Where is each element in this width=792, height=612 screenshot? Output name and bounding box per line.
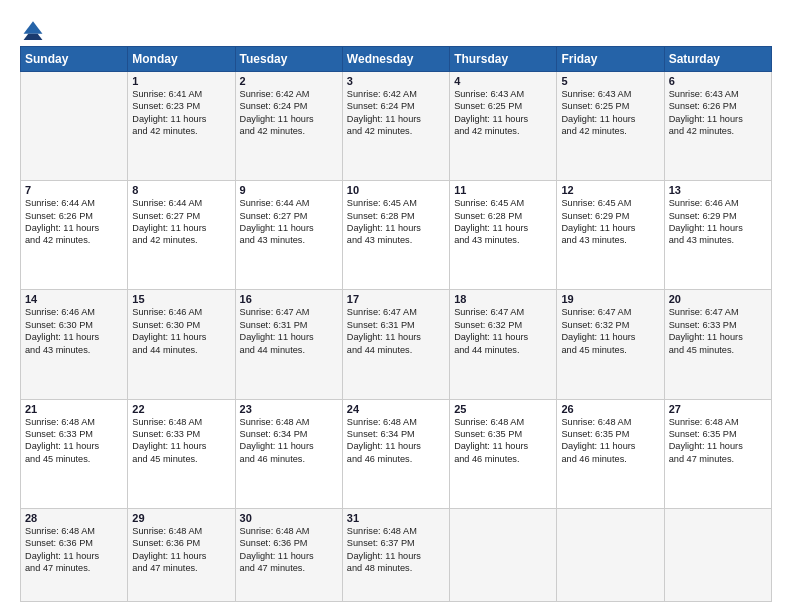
calendar-cell: 25Sunrise: 6:48 AMSunset: 6:35 PMDayligh…: [450, 399, 557, 508]
calendar-cell: 27Sunrise: 6:48 AMSunset: 6:35 PMDayligh…: [664, 399, 771, 508]
calendar-cell: 9Sunrise: 6:44 AMSunset: 6:27 PMDaylight…: [235, 181, 342, 290]
day-number: 19: [561, 293, 659, 305]
weekday-header-row: SundayMondayTuesdayWednesdayThursdayFrid…: [21, 47, 772, 72]
calendar-cell: 8Sunrise: 6:44 AMSunset: 6:27 PMDaylight…: [128, 181, 235, 290]
day-info: Sunrise: 6:48 AMSunset: 6:34 PMDaylight:…: [347, 416, 445, 466]
day-number: 13: [669, 184, 767, 196]
day-info: Sunrise: 6:44 AMSunset: 6:27 PMDaylight:…: [240, 197, 338, 247]
day-number: 28: [25, 512, 123, 524]
calendar-cell: 23Sunrise: 6:48 AMSunset: 6:34 PMDayligh…: [235, 399, 342, 508]
day-info: Sunrise: 6:48 AMSunset: 6:35 PMDaylight:…: [454, 416, 552, 466]
svg-marker-1: [24, 34, 43, 40]
day-number: 23: [240, 403, 338, 415]
day-info: Sunrise: 6:48 AMSunset: 6:33 PMDaylight:…: [25, 416, 123, 466]
calendar-cell: 6Sunrise: 6:43 AMSunset: 6:26 PMDaylight…: [664, 72, 771, 181]
day-info: Sunrise: 6:45 AMSunset: 6:29 PMDaylight:…: [561, 197, 659, 247]
weekday-sunday: Sunday: [21, 47, 128, 72]
calendar-cell: 30Sunrise: 6:48 AMSunset: 6:36 PMDayligh…: [235, 508, 342, 601]
calendar-body: 1Sunrise: 6:41 AMSunset: 6:23 PMDaylight…: [21, 72, 772, 602]
calendar-cell: 7Sunrise: 6:44 AMSunset: 6:26 PMDaylight…: [21, 181, 128, 290]
day-number: 17: [347, 293, 445, 305]
day-number: 22: [132, 403, 230, 415]
day-info: Sunrise: 6:48 AMSunset: 6:35 PMDaylight:…: [561, 416, 659, 466]
calendar-week-2: 7Sunrise: 6:44 AMSunset: 6:26 PMDaylight…: [21, 181, 772, 290]
calendar-cell: 4Sunrise: 6:43 AMSunset: 6:25 PMDaylight…: [450, 72, 557, 181]
calendar-cell: 21Sunrise: 6:48 AMSunset: 6:33 PMDayligh…: [21, 399, 128, 508]
day-info: Sunrise: 6:48 AMSunset: 6:33 PMDaylight:…: [132, 416, 230, 466]
day-number: 26: [561, 403, 659, 415]
calendar-week-1: 1Sunrise: 6:41 AMSunset: 6:23 PMDaylight…: [21, 72, 772, 181]
calendar-cell: 12Sunrise: 6:45 AMSunset: 6:29 PMDayligh…: [557, 181, 664, 290]
day-info: Sunrise: 6:44 AMSunset: 6:27 PMDaylight:…: [132, 197, 230, 247]
logo: [20, 18, 44, 36]
day-info: Sunrise: 6:47 AMSunset: 6:32 PMDaylight:…: [454, 306, 552, 356]
calendar-cell: [664, 508, 771, 601]
calendar-cell: 3Sunrise: 6:42 AMSunset: 6:24 PMDaylight…: [342, 72, 449, 181]
day-number: 15: [132, 293, 230, 305]
day-info: Sunrise: 6:42 AMSunset: 6:24 PMDaylight:…: [240, 88, 338, 138]
page: SundayMondayTuesdayWednesdayThursdayFrid…: [0, 0, 792, 612]
logo-text: [20, 18, 44, 40]
calendar-cell: [557, 508, 664, 601]
day-info: Sunrise: 6:47 AMSunset: 6:32 PMDaylight:…: [561, 306, 659, 356]
day-info: Sunrise: 6:48 AMSunset: 6:34 PMDaylight:…: [240, 416, 338, 466]
day-number: 24: [347, 403, 445, 415]
day-number: 14: [25, 293, 123, 305]
day-number: 12: [561, 184, 659, 196]
day-number: 29: [132, 512, 230, 524]
calendar-cell: [450, 508, 557, 601]
day-info: Sunrise: 6:43 AMSunset: 6:25 PMDaylight:…: [561, 88, 659, 138]
day-info: Sunrise: 6:47 AMSunset: 6:31 PMDaylight:…: [347, 306, 445, 356]
day-number: 8: [132, 184, 230, 196]
weekday-monday: Monday: [128, 47, 235, 72]
weekday-friday: Friday: [557, 47, 664, 72]
day-number: 18: [454, 293, 552, 305]
day-number: 5: [561, 75, 659, 87]
day-number: 16: [240, 293, 338, 305]
header: [20, 18, 772, 36]
day-info: Sunrise: 6:45 AMSunset: 6:28 PMDaylight:…: [454, 197, 552, 247]
calendar-cell: 19Sunrise: 6:47 AMSunset: 6:32 PMDayligh…: [557, 290, 664, 399]
calendar-cell: 10Sunrise: 6:45 AMSunset: 6:28 PMDayligh…: [342, 181, 449, 290]
day-number: 3: [347, 75, 445, 87]
weekday-saturday: Saturday: [664, 47, 771, 72]
day-info: Sunrise: 6:48 AMSunset: 6:36 PMDaylight:…: [25, 525, 123, 575]
day-info: Sunrise: 6:46 AMSunset: 6:29 PMDaylight:…: [669, 197, 767, 247]
day-info: Sunrise: 6:46 AMSunset: 6:30 PMDaylight:…: [132, 306, 230, 356]
svg-marker-0: [24, 21, 43, 34]
calendar-cell: 13Sunrise: 6:46 AMSunset: 6:29 PMDayligh…: [664, 181, 771, 290]
day-info: Sunrise: 6:48 AMSunset: 6:37 PMDaylight:…: [347, 525, 445, 575]
calendar-cell: [21, 72, 128, 181]
day-number: 27: [669, 403, 767, 415]
day-info: Sunrise: 6:43 AMSunset: 6:26 PMDaylight:…: [669, 88, 767, 138]
calendar-header: SundayMondayTuesdayWednesdayThursdayFrid…: [21, 47, 772, 72]
day-number: 30: [240, 512, 338, 524]
logo-icon: [22, 18, 44, 40]
day-info: Sunrise: 6:48 AMSunset: 6:36 PMDaylight:…: [132, 525, 230, 575]
day-number: 31: [347, 512, 445, 524]
calendar-cell: 26Sunrise: 6:48 AMSunset: 6:35 PMDayligh…: [557, 399, 664, 508]
day-info: Sunrise: 6:48 AMSunset: 6:36 PMDaylight:…: [240, 525, 338, 575]
calendar-cell: 1Sunrise: 6:41 AMSunset: 6:23 PMDaylight…: [128, 72, 235, 181]
calendar-cell: 20Sunrise: 6:47 AMSunset: 6:33 PMDayligh…: [664, 290, 771, 399]
calendar-cell: 24Sunrise: 6:48 AMSunset: 6:34 PMDayligh…: [342, 399, 449, 508]
day-info: Sunrise: 6:41 AMSunset: 6:23 PMDaylight:…: [132, 88, 230, 138]
weekday-tuesday: Tuesday: [235, 47, 342, 72]
calendar-week-4: 21Sunrise: 6:48 AMSunset: 6:33 PMDayligh…: [21, 399, 772, 508]
day-number: 21: [25, 403, 123, 415]
calendar-cell: 28Sunrise: 6:48 AMSunset: 6:36 PMDayligh…: [21, 508, 128, 601]
calendar-cell: 14Sunrise: 6:46 AMSunset: 6:30 PMDayligh…: [21, 290, 128, 399]
calendar-cell: 16Sunrise: 6:47 AMSunset: 6:31 PMDayligh…: [235, 290, 342, 399]
calendar-cell: 2Sunrise: 6:42 AMSunset: 6:24 PMDaylight…: [235, 72, 342, 181]
day-number: 6: [669, 75, 767, 87]
calendar-cell: 17Sunrise: 6:47 AMSunset: 6:31 PMDayligh…: [342, 290, 449, 399]
day-number: 11: [454, 184, 552, 196]
day-number: 2: [240, 75, 338, 87]
day-number: 20: [669, 293, 767, 305]
day-info: Sunrise: 6:47 AMSunset: 6:31 PMDaylight:…: [240, 306, 338, 356]
calendar-week-5: 28Sunrise: 6:48 AMSunset: 6:36 PMDayligh…: [21, 508, 772, 601]
day-info: Sunrise: 6:43 AMSunset: 6:25 PMDaylight:…: [454, 88, 552, 138]
calendar-cell: 11Sunrise: 6:45 AMSunset: 6:28 PMDayligh…: [450, 181, 557, 290]
day-info: Sunrise: 6:47 AMSunset: 6:33 PMDaylight:…: [669, 306, 767, 356]
calendar-week-3: 14Sunrise: 6:46 AMSunset: 6:30 PMDayligh…: [21, 290, 772, 399]
